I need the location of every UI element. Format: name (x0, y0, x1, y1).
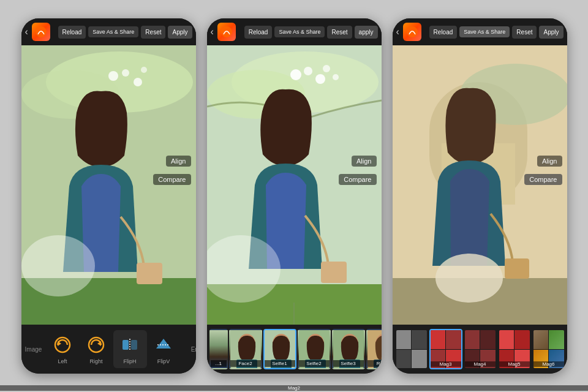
svg-point-7 (141, 67, 147, 73)
face-thumb-1-label: ...1 (211, 360, 227, 367)
tool-left-label: Left (58, 358, 67, 364)
bottom-toolbar-left: Image Left Right (21, 325, 196, 374)
face-thumb-1[interactable]: ...1 (209, 329, 228, 369)
compare-button-middle[interactable]: Compare (339, 174, 376, 185)
svg-point-28 (323, 65, 330, 72)
save-button-r[interactable]: Save As & Share (459, 26, 510, 38)
svg-rect-58 (505, 258, 529, 279)
svg-point-27 (315, 74, 325, 84)
apply-button-r[interactable]: Apply (539, 26, 563, 39)
toolbar-right: ‹ Reload Save As & Share Reset Apply (393, 18, 567, 45)
svg-point-50 (407, 26, 418, 37)
svg-rect-32 (321, 262, 347, 283)
compare-button-right[interactable]: Compare (524, 174, 562, 185)
svg-point-11 (21, 235, 95, 296)
reload-button-m[interactable]: Reload (244, 26, 273, 39)
tool-fliph[interactable]: FlipH (113, 330, 147, 368)
face-thumb-selfie1[interactable]: Selfie1 (263, 329, 296, 369)
rotate-right-icon (85, 334, 107, 356)
phone-right: ‹ Reload Save As & Share Reset Apply (393, 18, 567, 374)
face-thumb-2[interactable]: Face2 (229, 329, 262, 369)
bottom-toolbar-right: Mag2 Mag3 Mag4 (393, 325, 567, 374)
face-thumb-selfie3[interactable]: Selfie3 (332, 329, 365, 369)
apply-button-m[interactable]: apply (355, 26, 378, 39)
mag-thumb-4[interactable]: Mag4 (464, 329, 497, 369)
reset-button-r[interactable]: Reset (512, 26, 537, 39)
rotate-left-icon (51, 334, 74, 356)
phone-middle: ‹ Reload Save As & Share Reset apply (207, 18, 382, 374)
face-thumb-selfie3-label: Selfie3 (333, 360, 364, 367)
toolbar-middle: ‹ Reload Save As & Share Reset apply (207, 18, 382, 45)
reset-button[interactable]: Reset (141, 26, 165, 39)
svg-rect-17 (131, 340, 137, 350)
tool-fliph-label: FlipH (123, 358, 136, 364)
main-image-right: Align Compare (393, 45, 567, 325)
phone-left: ‹ Reload Save As & Share Reset Apply (21, 18, 196, 374)
app-icon-middle (217, 23, 236, 41)
back-icon-middle[interactable]: ‹ (211, 26, 214, 37)
mag-effect-strip: Mag2 Mag3 Mag4 (393, 325, 567, 374)
align-button-right[interactable]: Align (537, 156, 562, 167)
mag-thumb-2[interactable]: Mag2 (395, 329, 428, 369)
toolbar-left: ‹ Reload Save As & Share Reset Apply (21, 18, 196, 45)
app-icon (32, 23, 50, 41)
svg-point-29 (333, 74, 339, 80)
face-thumb-selfie2-label: Selfie2 (299, 360, 330, 367)
mag-thumb-3[interactable]: Mag3 (429, 329, 462, 369)
svg-point-4 (108, 71, 118, 81)
reload-button-r[interactable]: Reload (429, 26, 458, 39)
align-button-left[interactable]: Align (166, 156, 190, 167)
svg-rect-10 (137, 263, 162, 284)
main-image-middle: Align Compare (207, 45, 382, 325)
svg-point-6 (134, 78, 142, 86)
svg-point-0 (36, 26, 47, 37)
reload-button[interactable]: Reload (58, 26, 86, 39)
face-thumb-selfie1-label: Selfie1 (265, 360, 295, 367)
svg-point-25 (290, 69, 301, 80)
tool-right-label: Right (89, 358, 102, 364)
face-effect-strip: ...1 Face2 Selfie1 (207, 325, 382, 374)
main-image-left: Align Compare (21, 45, 196, 325)
compare-button-left[interactable]: Compare (153, 174, 190, 185)
tool-right[interactable]: Right (80, 330, 113, 368)
mag-thumb-6[interactable]: Mag6 (532, 329, 565, 369)
face-thumb-retro-label: Retro (368, 360, 382, 367)
align-button-middle[interactable]: Align (352, 156, 376, 167)
back-icon[interactable]: ‹ (25, 26, 28, 37)
svg-rect-16 (123, 340, 129, 350)
app-icon-right (403, 23, 421, 41)
svg-marker-19 (156, 339, 171, 349)
reset-button-m[interactable]: Reset (327, 26, 352, 39)
tool-more[interactable]: En... (181, 342, 196, 356)
apply-button[interactable]: Apply (168, 26, 192, 39)
face-thumb-selfie2[interactable]: Selfie2 (298, 329, 331, 369)
back-icon-right[interactable]: ‹ (396, 26, 399, 37)
face-thumb-2-label: Face2 (230, 360, 261, 367)
face-thumb-retro[interactable]: Retro (366, 329, 382, 369)
flip-h-icon (119, 334, 141, 356)
bottom-toolbar-middle: ...1 Face2 Selfie1 (207, 325, 382, 374)
bottom-label-image: Image (21, 342, 46, 356)
svg-point-26 (304, 67, 312, 75)
svg-point-21 (221, 26, 232, 37)
mag-thumb-5[interactable]: Mag5 (498, 329, 531, 369)
tool-flipv-label: FlipV (157, 358, 170, 364)
svg-point-57 (435, 254, 503, 303)
flip-v-icon (153, 334, 175, 356)
tool-flipv[interactable]: FlipV (147, 330, 181, 368)
svg-point-5 (122, 69, 129, 77)
tool-left[interactable]: Left (46, 330, 80, 368)
save-button[interactable]: Save As & Share (88, 26, 138, 38)
save-button-m[interactable]: Save As & Share (274, 26, 325, 38)
